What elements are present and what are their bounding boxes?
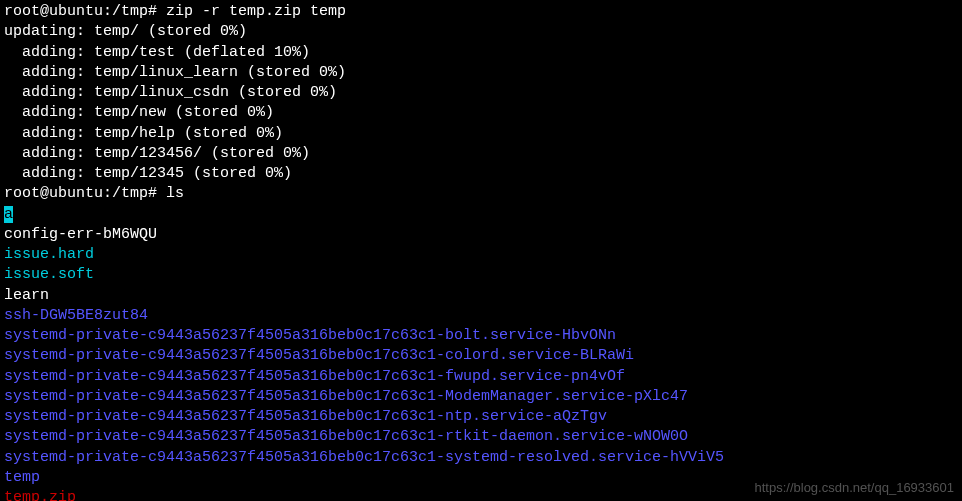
- watermark-text: https://blog.csdn.net/qq_16933601: [755, 479, 955, 497]
- ls-entry: ssh-DGW5BE8zut84: [4, 306, 958, 326]
- zip-output-line: adding: temp/help (stored 0%): [4, 124, 958, 144]
- prompt: root@ubuntu:/tmp#: [4, 3, 166, 20]
- prompt: root@ubuntu:/tmp#: [4, 185, 166, 202]
- zip-output-line: adding: temp/linux_learn (stored 0%): [4, 63, 958, 83]
- zip-output-line: adding: temp/new (stored 0%): [4, 103, 958, 123]
- ls-entry: learn: [4, 286, 958, 306]
- zip-output-line: adding: temp/test (deflated 10%): [4, 43, 958, 63]
- zip-output-line: adding: temp/123456/ (stored 0%): [4, 144, 958, 164]
- command: zip -r temp.zip temp: [166, 3, 346, 20]
- ls-entry: a: [4, 205, 958, 225]
- ls-entry: issue.soft: [4, 265, 958, 285]
- ls-item: a: [4, 206, 13, 223]
- ls-entry: systemd-private-c9443a56237f4505a316beb0…: [4, 407, 958, 427]
- ls-entry: issue.hard: [4, 245, 958, 265]
- ls-entry: systemd-private-c9443a56237f4505a316beb0…: [4, 326, 958, 346]
- zip-output-line: updating: temp/ (stored 0%): [4, 22, 958, 42]
- ls-entry: systemd-private-c9443a56237f4505a316beb0…: [4, 427, 958, 447]
- command-line-1: root@ubuntu:/tmp# zip -r temp.zip temp: [4, 2, 958, 22]
- command-line-2: root@ubuntu:/tmp# ls: [4, 184, 958, 204]
- ls-entry: systemd-private-c9443a56237f4505a316beb0…: [4, 387, 958, 407]
- ls-entry: config-err-bM6WQU: [4, 225, 958, 245]
- ls-entry: systemd-private-c9443a56237f4505a316beb0…: [4, 346, 958, 366]
- ls-entry: systemd-private-c9443a56237f4505a316beb0…: [4, 367, 958, 387]
- terminal-output[interactable]: root@ubuntu:/tmp# zip -r temp.zip temp u…: [4, 2, 958, 501]
- zip-output-line: adding: temp/linux_csdn (stored 0%): [4, 83, 958, 103]
- ls-entry: systemd-private-c9443a56237f4505a316beb0…: [4, 448, 958, 468]
- command: ls: [166, 185, 184, 202]
- zip-output-line: adding: temp/12345 (stored 0%): [4, 164, 958, 184]
